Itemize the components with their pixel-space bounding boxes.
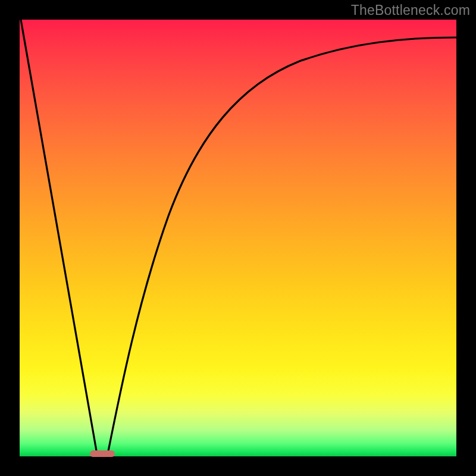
optimal-range-marker (90, 450, 115, 457)
curve-left-segment (21, 20, 97, 454)
watermark-text: TheBottleneck.com (351, 2, 470, 18)
chart-frame: TheBottleneck.com (0, 0, 476, 476)
curve-layer (20, 20, 456, 456)
plot-area (20, 20, 456, 456)
curve-right-segment (108, 37, 456, 454)
